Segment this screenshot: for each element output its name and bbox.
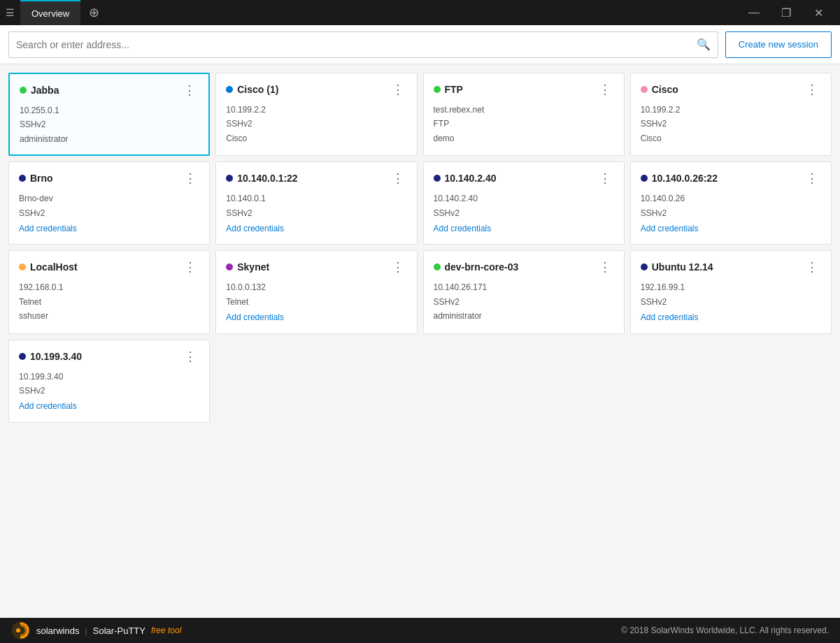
card-menu-button[interactable]: ⋮ (389, 259, 407, 275)
card-header: 10.140.0.1:22 ⋮ (226, 171, 406, 186)
card-protocol: SSHv2 (19, 384, 199, 398)
card-title-row: LocalHost (19, 261, 78, 273)
card-protocol: SSHv2 (641, 206, 821, 220)
session-card-dev-brn-core-03[interactable]: dev-brn-core-03 ⋮ 10.140.26.171SSHv2admi… (423, 250, 625, 333)
status-dot (226, 86, 233, 93)
card-protocol: SSHv2 (434, 206, 614, 220)
card-menu-button[interactable]: ⋮ (596, 171, 614, 186)
footer-brand: solarwinds (36, 626, 79, 636)
add-credentials-link[interactable]: Add credentials (641, 310, 699, 324)
footer-logo: solarwinds | Solar-PuTTY free tool (11, 621, 181, 640)
card-protocol: SSHv2 (641, 117, 821, 131)
status-dot (226, 263, 233, 270)
session-card-ftp[interactable]: FTP ⋮ test.rebex.netFTPdemo (423, 73, 625, 156)
add-credentials-link[interactable]: Add credentials (641, 222, 699, 236)
card-title-row: 10.140.0.1:22 (226, 173, 297, 184)
footer: solarwinds | Solar-PuTTY free tool © 201… (0, 618, 840, 643)
session-card-cisco1[interactable]: Cisco (1) ⋮ 10.199.2.2SSHv2Cisco (215, 73, 417, 156)
search-input[interactable] (16, 39, 697, 50)
card-menu-button[interactable]: ⋮ (803, 82, 821, 97)
card-address: 10.199.3.40 (19, 370, 199, 384)
session-card-cisco[interactable]: Cisco ⋮ 10.199.2.2SSHv2Cisco (630, 73, 832, 156)
card-detail: test.rebex.netFTPdemo (434, 103, 614, 145)
status-dot (434, 86, 441, 93)
card-menu-button[interactable]: ⋮ (181, 349, 199, 364)
card-header: LocalHost ⋮ (19, 259, 199, 275)
card-menu-button[interactable]: ⋮ (803, 171, 821, 186)
card-menu-button[interactable]: ⋮ (389, 82, 407, 97)
add-credentials-link[interactable]: Add credentials (434, 222, 492, 236)
session-card-10-140-0-26-22[interactable]: 10.140.0.26:22 ⋮ 10.140.0.26SSHv2Add cre… (630, 161, 832, 245)
add-credentials-link[interactable]: Add credentials (226, 310, 284, 324)
card-protocol: SSHv2 (226, 206, 406, 220)
card-address: 10.140.26.171 (434, 280, 614, 294)
card-detail: 10.140.0.26SSHv2Add credentials (641, 192, 821, 236)
tab-label: Overview (31, 8, 69, 19)
card-title: 10.199.3.40 (30, 351, 82, 362)
main-content: Jabba ⋮ 10.255.0.1SSHv2administrator Cis… (0, 64, 840, 618)
card-menu-button[interactable]: ⋮ (180, 82, 199, 98)
session-card-skynet[interactable]: Skynet ⋮ 10.0.0.132TelnetAdd credentials (215, 250, 417, 333)
card-protocol: SSHv2 (226, 117, 406, 131)
active-tab[interactable]: Overview (20, 0, 80, 25)
minimize-button[interactable]: — (738, 0, 770, 25)
session-card-jabba[interactable]: Jabba ⋮ 10.255.0.1SSHv2administrator (8, 73, 210, 156)
card-protocol: SSHv2 (20, 117, 199, 131)
card-title-row: Cisco (641, 84, 678, 95)
card-detail: 10.199.2.2SSHv2Cisco (226, 103, 406, 145)
card-title: 10.140.0.1:22 (237, 173, 297, 184)
card-header: 10.140.2.40 ⋮ (434, 171, 614, 186)
card-title-row: Ubuntu 12.14 (641, 261, 713, 273)
card-title-row: Jabba (20, 85, 59, 96)
card-credential: administrator (434, 309, 614, 323)
menu-icon[interactable]: ☰ (6, 7, 15, 18)
card-title: 10.140.0.26:22 (652, 173, 718, 184)
card-address: test.rebex.net (434, 103, 614, 117)
card-address: 192.16.99.1 (641, 280, 821, 294)
card-header: FTP ⋮ (434, 82, 614, 97)
session-card-10-140-0-1-22[interactable]: 10.140.0.1:22 ⋮ 10.140.0.1SSHv2Add crede… (215, 161, 417, 245)
card-detail: Brno-devSSHv2Add credentials (19, 192, 199, 236)
card-header: Ubuntu 12.14 ⋮ (641, 259, 821, 275)
card-detail: 10.199.2.2SSHv2Cisco (641, 103, 821, 145)
session-card-ubuntu-12-14[interactable]: Ubuntu 12.14 ⋮ 192.16.99.1SSHv2Add crede… (630, 250, 832, 333)
card-title-row: Skynet (226, 261, 269, 273)
card-menu-button[interactable]: ⋮ (803, 259, 821, 275)
add-credentials-link[interactable]: Add credentials (19, 399, 77, 413)
card-menu-button[interactable]: ⋮ (181, 259, 199, 275)
card-title-row: Cisco (1) (226, 84, 278, 95)
add-credentials-link[interactable]: Add credentials (19, 222, 77, 236)
card-address: 10.0.0.132 (226, 280, 406, 294)
session-card-brno[interactable]: Brno ⋮ Brno-devSSHv2Add credentials (8, 161, 210, 245)
card-menu-button[interactable]: ⋮ (596, 82, 614, 97)
card-title-row: Brno (19, 173, 53, 184)
session-card-10-199-3-40[interactable]: 10.199.3.40 ⋮ 10.199.3.40SSHv2Add creden… (8, 340, 210, 423)
close-button[interactable]: ✕ (802, 0, 834, 25)
card-title: 10.140.2.40 (445, 173, 497, 184)
title-bar: ☰ Overview ⊕ — ❐ ✕ (0, 0, 840, 25)
card-title: LocalHost (30, 261, 78, 273)
card-title: Ubuntu 12.14 (652, 261, 713, 273)
search-bar[interactable]: 🔍 (8, 31, 718, 58)
card-menu-button[interactable]: ⋮ (181, 171, 199, 186)
session-card-localhost[interactable]: LocalHost ⋮ 192.168.0.1Telnetsshuser (8, 250, 210, 333)
card-header: Cisco ⋮ (641, 82, 821, 97)
session-card-10-140-2-40[interactable]: 10.140.2.40 ⋮ 10.140.2.40SSHv2Add creden… (423, 161, 625, 245)
card-title-row: FTP (434, 84, 463, 95)
card-detail: 10.140.2.40SSHv2Add credentials (434, 192, 614, 236)
card-header: 10.199.3.40 ⋮ (19, 349, 199, 364)
card-address: 10.140.0.26 (641, 192, 821, 205)
card-menu-button[interactable]: ⋮ (596, 259, 614, 275)
add-credentials-link[interactable]: Add credentials (226, 222, 284, 236)
card-title: Cisco (652, 84, 678, 95)
status-dot (641, 263, 648, 270)
card-title: Skynet (237, 261, 269, 273)
new-tab-button[interactable]: ⊕ (85, 3, 103, 22)
maximize-button[interactable]: ❐ (770, 0, 802, 25)
card-menu-button[interactable]: ⋮ (389, 171, 407, 186)
card-credential: sshuser (19, 309, 199, 323)
card-credential: demo (434, 131, 614, 145)
card-credential: Cisco (641, 131, 821, 145)
card-detail: 10.0.0.132TelnetAdd credentials (226, 280, 406, 324)
create-session-button[interactable]: Create new session (725, 31, 832, 58)
